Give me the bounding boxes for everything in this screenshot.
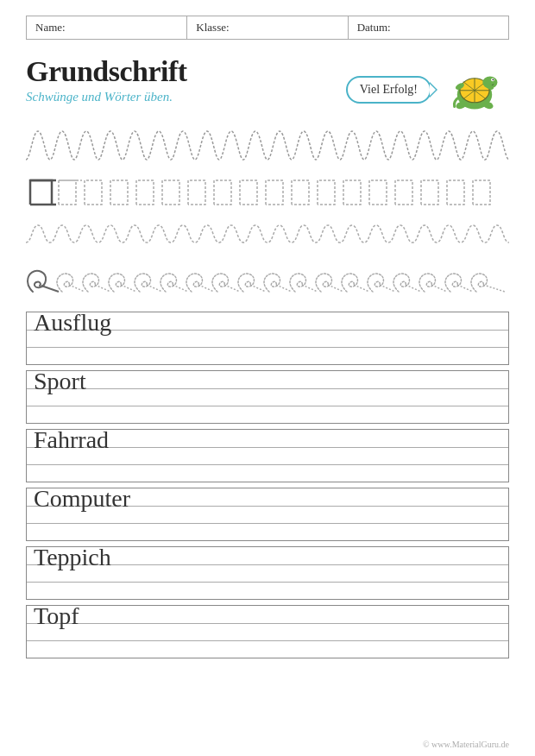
- patterns-section: [26, 127, 509, 303]
- title-right: Viel Erfolg!: [346, 60, 509, 120]
- writing-line-2: [27, 640, 508, 641]
- title-section: Grundschrift Schwünge und Wörter üben. V…: [26, 55, 509, 120]
- writing-section: Ausflug Sport Fahrrad Computer Teppich T…: [26, 312, 509, 658]
- class-field: Klasse:: [187, 16, 348, 39]
- subtitle: Schwünge und Wörter üben.: [26, 90, 346, 104]
- name-field: Name:: [27, 16, 187, 39]
- word-sport: Sport: [34, 370, 86, 394]
- turtle-icon: [440, 60, 509, 120]
- pattern-row-1: [26, 127, 509, 168]
- writing-line-2: [27, 464, 508, 465]
- writing-line-1: [27, 623, 508, 624]
- word-fahrrad: Fahrrad: [34, 429, 109, 452]
- writing-block-fahrrad: Fahrrad: [26, 429, 509, 482]
- writing-block-ausflug: Ausflug: [26, 312, 509, 365]
- word-topf: Topf: [34, 605, 79, 628]
- writing-line-2: [27, 347, 508, 348]
- word-ausflug: Ausflug: [34, 312, 111, 335]
- title-left: Grundschrift Schwünge und Wörter üben.: [26, 55, 346, 104]
- footer-text: © www.MaterialGuru.de: [423, 740, 509, 749]
- main-title: Grundschrift: [26, 55, 346, 88]
- pattern-row-4: [26, 261, 509, 303]
- pattern-row-2: [26, 172, 509, 213]
- writing-line-2: [27, 406, 508, 406]
- writing-block-sport: Sport: [26, 370, 509, 424]
- writing-block-teppich: Teppich: [26, 546, 509, 600]
- writing-block-topf: Topf: [26, 605, 509, 658]
- writing-line-2: [27, 523, 508, 524]
- word-teppich: Teppich: [34, 546, 111, 570]
- svg-point-9: [492, 79, 494, 80]
- date-field: Datum:: [349, 16, 508, 39]
- header-box: Name: Klasse: Datum:: [26, 16, 509, 40]
- footer: © www.MaterialGuru.de: [423, 740, 509, 749]
- speech-bubble: Viel Erfolg!: [346, 76, 431, 104]
- writing-line-1: [27, 388, 508, 389]
- writing-block-computer: Computer: [26, 488, 509, 541]
- pattern-row-3: [26, 217, 509, 258]
- page: Name: Klasse: Datum: Grundschrift Schwün…: [0, 0, 535, 756]
- writing-line-2: [27, 582, 508, 583]
- word-computer: Computer: [34, 488, 130, 511]
